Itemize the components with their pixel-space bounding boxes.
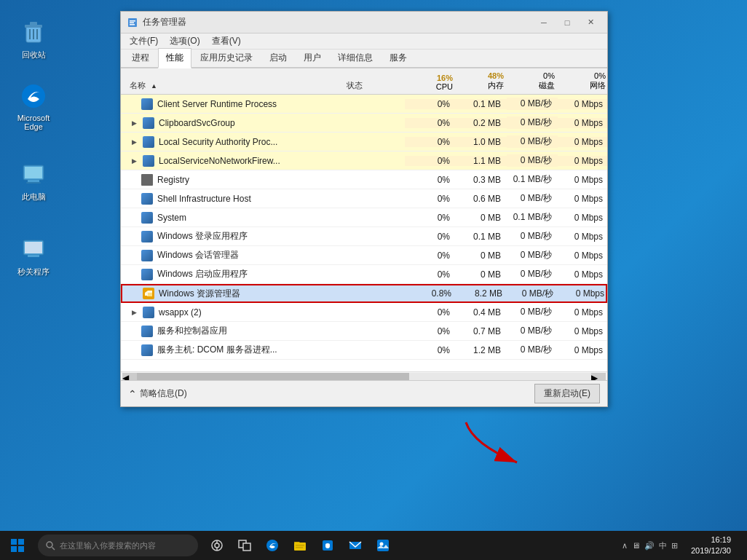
edge-taskbar-icon[interactable] bbox=[259, 531, 285, 560]
mail-taskbar-icon[interactable] bbox=[342, 531, 368, 560]
col-status-header[interactable]: 状态 bbox=[347, 80, 405, 91]
tray-grid-icon[interactable]: ⊞ bbox=[671, 541, 678, 551]
scroll-left-btn[interactable]: ◀ bbox=[122, 373, 137, 380]
expand-button[interactable]: ▶ bbox=[130, 157, 138, 165]
process-disk: 0 MB/秒 bbox=[507, 230, 558, 242]
tab-history[interactable]: 应用历史记录 bbox=[192, 48, 261, 67]
process-mem: 0.4 MB bbox=[456, 307, 507, 318]
taskbar-search[interactable]: 在这里输入你要搜索的内容 bbox=[38, 535, 198, 556]
start-button[interactable] bbox=[0, 531, 35, 560]
process-mem: 0.7 MB bbox=[456, 326, 507, 336]
process-net: 0 Mbps bbox=[558, 307, 607, 318]
process-disk: 0 MB/秒 bbox=[507, 325, 558, 337]
expand-button[interactable]: ▶ bbox=[130, 119, 138, 127]
col-name-header[interactable]: 名称 ▲ bbox=[121, 80, 347, 91]
col-net-header[interactable]: 0% 网络 bbox=[558, 71, 607, 91]
svg-point-34 bbox=[266, 540, 278, 551]
photos-taskbar-icon[interactable] bbox=[370, 531, 396, 560]
table-row[interactable]: ▶ Local Security Authority Proc... 0% 1.… bbox=[121, 133, 607, 151]
table-row[interactable]: Windows 资源管理器 0.8% 8.2 MB 0 MB/秒 0 Mbps bbox=[121, 284, 607, 303]
summary-label: 简略信息(D) bbox=[140, 387, 187, 400]
recycle-bin-label: 回收站 bbox=[22, 50, 46, 60]
this-pc-icon[interactable]: 此电脑 bbox=[7, 157, 60, 205]
table-row[interactable]: Registry 0% 0.3 MB 0.1 MB/秒 0 Mbps bbox=[121, 170, 607, 189]
svg-rect-24 bbox=[11, 546, 17, 552]
svg-rect-13 bbox=[28, 255, 39, 257]
tray-up-arrow[interactable]: ∧ bbox=[622, 541, 628, 551]
menu-file[interactable]: 文件(F) bbox=[124, 33, 164, 49]
process-name: ▶ LocalServiceNoNetworkFirew... bbox=[121, 155, 347, 167]
process-net: 0 Mbps bbox=[558, 345, 607, 355]
process-icon bbox=[141, 231, 153, 242]
maximize-button[interactable]: □ bbox=[556, 15, 578, 30]
col-disk-header[interactable]: 0% 磁盘 bbox=[507, 71, 558, 91]
tray-input-icon[interactable]: 中 bbox=[659, 540, 667, 551]
file-explorer-taskbar-icon[interactable] bbox=[287, 531, 313, 560]
process-table-body[interactable]: Client Server Runtime Process 0% 0.1 MB … bbox=[121, 95, 607, 371]
tray-icons[interactable]: ∧ 🖥 🔊 中 ⊞ bbox=[617, 540, 682, 551]
table-row[interactable]: Shell Infrastructure Host 0% 0.6 MB 0 MB… bbox=[121, 189, 607, 208]
process-net: 0 Mbps bbox=[558, 118, 607, 128]
menu-options[interactable]: 选项(O) bbox=[164, 33, 205, 49]
tab-startup[interactable]: 启动 bbox=[261, 48, 295, 67]
process-disk: 0 MB/秒 bbox=[508, 288, 559, 300]
scroll-track bbox=[137, 373, 591, 380]
svg-rect-40 bbox=[377, 540, 389, 551]
process-cpu: 0% bbox=[405, 326, 456, 336]
table-row[interactable]: ▶ ClipboardSvcGroup 0% 0.2 MB 0 MB/秒 0 M… bbox=[121, 114, 607, 133]
close-button[interactable]: ✕ bbox=[580, 15, 601, 30]
quick-launch-icon[interactable]: 秒关程序 bbox=[7, 232, 60, 280]
task-manager-window: 任务管理器 ─ □ ✕ 文件(F) 选项(O) 查看(V) 进程 性能 应用历史… bbox=[120, 11, 608, 407]
tab-users[interactable]: 用户 bbox=[296, 48, 329, 67]
svg-rect-15 bbox=[130, 20, 135, 22]
process-disk: 0 MB/秒 bbox=[507, 135, 558, 148]
edge-icon[interactable]: MicrosoftEdge bbox=[7, 79, 60, 134]
process-disk: 0 MB/秒 bbox=[507, 117, 558, 129]
restart-button[interactable]: 重新启动(E) bbox=[534, 384, 600, 403]
menu-view[interactable]: 查看(V) bbox=[206, 33, 247, 49]
recycle-bin-icon[interactable]: 回收站 bbox=[7, 15, 60, 63]
expand-button[interactable]: ▶ bbox=[130, 138, 138, 146]
table-row[interactable]: Windows 会话管理器 0% 0 MB 0 MB/秒 0 Mbps bbox=[121, 246, 607, 265]
scroll-right-btn[interactable]: ▶ bbox=[591, 373, 606, 380]
tray-network-icon[interactable]: 🖥 bbox=[632, 541, 640, 550]
tab-services[interactable]: 服务 bbox=[382, 48, 415, 67]
table-row[interactable]: 服务主机: DCOM 服务器进程... 0% 1.2 MB 0 MB/秒 0 M… bbox=[121, 341, 607, 360]
tab-process[interactable]: 进程 bbox=[124, 48, 157, 67]
table-row[interactable]: ▶ wsappx (2) 0% 0.4 MB 0 MB/秒 0 Mbps bbox=[121, 303, 607, 322]
table-row[interactable]: 服务和控制器应用 0% 0.7 MB 0 MB/秒 0 Mbps bbox=[121, 322, 607, 341]
table-row[interactable]: Windows 启动应用程序 0% 0 MB 0 MB/秒 0 Mbps bbox=[121, 265, 607, 284]
tm-title: 任务管理器 bbox=[143, 16, 533, 28]
tab-details[interactable]: 详细信息 bbox=[330, 48, 381, 67]
svg-rect-8 bbox=[25, 167, 42, 178]
multi-window-button[interactable] bbox=[232, 531, 258, 560]
table-row[interactable]: System 0% 0 MB 0.1 MB/秒 0 Mbps bbox=[121, 208, 607, 227]
process-disk: 0 MB/秒 bbox=[507, 98, 558, 110]
col-mem-header[interactable]: 48% 内存 bbox=[456, 71, 507, 91]
tab-performance[interactable]: 性能 bbox=[158, 48, 191, 68]
process-name: Windows 会话管理器 bbox=[121, 249, 347, 261]
process-cpu: 0% bbox=[405, 137, 456, 147]
horizontal-scrollbar[interactable]: ◀ ▶ bbox=[121, 371, 607, 380]
this-pc-label: 此电脑 bbox=[22, 192, 46, 202]
store-taskbar-icon[interactable] bbox=[315, 531, 341, 560]
col-cpu-header[interactable]: 16% CPU bbox=[405, 74, 456, 91]
process-mem: 8.2 MB bbox=[457, 288, 508, 299]
table-row[interactable]: ▶ LocalServiceNoNetworkFirew... 0% 1.1 M… bbox=[121, 151, 607, 170]
process-name: ▶ wsappx (2) bbox=[121, 307, 347, 318]
process-icon bbox=[141, 193, 153, 205]
svg-rect-25 bbox=[18, 546, 24, 552]
table-row[interactable]: Windows 登录应用程序 0% 0.1 MB 0 MB/秒 0 Mbps bbox=[121, 227, 607, 246]
scroll-thumb[interactable] bbox=[137, 373, 409, 380]
process-disk: 0 MB/秒 bbox=[507, 306, 558, 318]
expand-button[interactable]: ▶ bbox=[130, 308, 138, 317]
process-icon bbox=[141, 269, 153, 280]
taskview-button[interactable] bbox=[204, 531, 230, 560]
table-row[interactable]: Client Server Runtime Process 0% 0.1 MB … bbox=[121, 95, 607, 114]
tray-volume-icon[interactable]: 🔊 bbox=[644, 541, 655, 551]
minimize-button[interactable]: ─ bbox=[533, 15, 555, 30]
process-net: 0 Mbps bbox=[558, 251, 607, 261]
taskbar-clock[interactable]: 16:19 2019/12/30 bbox=[685, 535, 737, 557]
summary-toggle[interactable]: ⌃ 简略信息(D) bbox=[128, 387, 187, 400]
chevron-up-icon: ⌃ bbox=[128, 388, 137, 400]
